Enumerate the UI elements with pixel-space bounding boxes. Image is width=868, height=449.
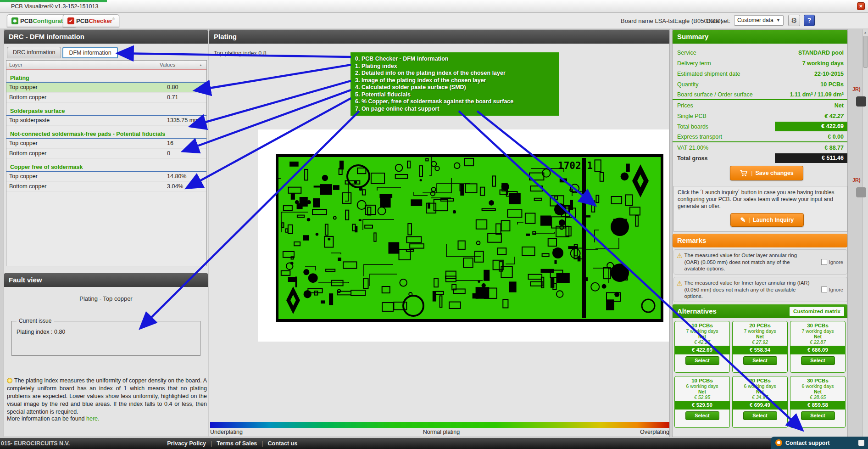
table-row[interactable]: Top copper 14.80% — [6, 172, 206, 182]
select-button[interactable]: Select — [801, 411, 835, 420]
contact-support-label: Contact support — [785, 440, 830, 446]
select-button[interactable]: Select — [743, 411, 777, 420]
customized-matrix-button[interactable]: Customized matrix — [789, 306, 845, 317]
row-value: € 42.27 — [824, 113, 847, 119]
legend-item: 2. Detailed info on the plating index of… — [355, 70, 555, 77]
contact-support-button[interactable]: Contact support — [771, 437, 868, 449]
row-value: 1.11 dm² / 11.09 dm² — [790, 91, 847, 98]
scale-underplating: Underplating — [210, 429, 243, 435]
row-value: 22-10-2015 — [814, 71, 847, 77]
fault-layer-label: Plating - Top copper — [4, 295, 208, 302]
legend-item: 7. On page online chat support — [355, 106, 555, 113]
card-net: Net — [790, 389, 845, 394]
pcb-board-image: 1702/1 — [276, 154, 663, 322]
legend-item: 5. Potential fiducials — [355, 91, 555, 99]
row-layer: Bottom copper — [6, 182, 167, 191]
ignore-label: Ignore — [829, 259, 843, 265]
scroll-up-icon[interactable]: ▲ — [862, 29, 868, 34]
card-term: 7 working days — [675, 328, 729, 334]
card-term: 6 working days — [733, 383, 787, 389]
card-unit-price: € 34.97 — [733, 394, 787, 400]
row-value: € 422.69 — [775, 122, 847, 131]
checker-name: Checker — [89, 17, 112, 24]
launch-inquiry-label: Launch Inquiry — [753, 217, 794, 223]
dataset-select[interactable]: Customer data ▼ — [734, 15, 784, 26]
ignore-control: Ignore — [821, 250, 847, 274]
column-values: Values — [160, 61, 199, 69]
table-row[interactable]: Top copper 16 — [6, 139, 206, 149]
vertical-scrollbar[interactable]: ▲ — [862, 29, 868, 437]
table-header-row[interactable]: Layer Values ▲ — [6, 61, 206, 70]
chevron-down-icon: ▼ — [776, 18, 780, 22]
close-icon[interactable]: ✕ — [857, 2, 865, 10]
select-button[interactable]: Select — [801, 356, 835, 365]
summary-rows: ServiceSTANDARD pool Delivery term7 work… — [673, 47, 847, 163]
row-value: € 511.46 — [775, 153, 847, 163]
ignore-control: Ignore — [821, 277, 847, 302]
settings-button[interactable]: ⚙ — [788, 15, 800, 26]
plating-info-text: The plating index measures the uniformit… — [7, 377, 207, 416]
summary-row-single-pcb: Single PCB€ 42.27 — [673, 111, 847, 121]
app-toolbar: ✱ PCBConfigurator® ✔ PCBChecker® Board n… — [0, 13, 868, 28]
section-copper-free: Copper free of soldermask — [6, 163, 206, 172]
copyright-text: 015- EUROCIRCUITS N.V. — [0, 440, 70, 447]
save-changes-button[interactable]: | Save changes — [730, 166, 803, 180]
section-plating: Plating — [6, 73, 206, 83]
tab-pcb-checker[interactable]: ✔ PCBChecker® — [63, 14, 119, 27]
top-green-strip — [0, 0, 107, 2]
row-value: 16 — [167, 139, 206, 148]
checker-brand: PCB — [76, 17, 89, 24]
table-row[interactable]: Top copper 0.80 — [6, 83, 206, 93]
privacy-policy-link[interactable]: Privacy Policy — [167, 440, 206, 447]
table-row[interactable]: Bottom copper 0.71 — [6, 93, 206, 103]
select-button[interactable]: Select — [685, 411, 719, 420]
row-layer: Top copper — [6, 139, 167, 148]
card-qty: 30 PCBs — [790, 323, 845, 328]
launch-inquiry-button[interactable]: ✎ | Launch Inquiry — [730, 213, 804, 227]
alternatives-header: Alternatives Customized matrix — [673, 304, 847, 318]
board-number-text: 1702/1 — [558, 160, 593, 171]
dfm-table: Layer Values ▲ Plating Top copper 0.80 B… — [6, 60, 207, 266]
tab-drc-information[interactable]: DRC information — [7, 47, 61, 58]
plating-image-canvas[interactable]: 1702/1 — [258, 129, 669, 342]
drc-tabs: DRC information DFM information — [7, 47, 118, 58]
registered-mark: ® — [112, 17, 115, 21]
current-issue-fieldset: Current issue Plating index : 0.80 — [11, 321, 200, 356]
row-label: Total boards — [673, 123, 708, 130]
minimize-chat-icon[interactable] — [858, 440, 864, 446]
ignore-checkbox[interactable] — [821, 286, 827, 292]
contact-us-link[interactable]: Contact us — [268, 440, 298, 447]
tab-dfm-information[interactable]: DFM information — [62, 47, 117, 58]
checker-icon: ✔ — [67, 17, 74, 24]
clipped-currency-label: JR) — [852, 177, 861, 183]
row-layer: Bottom copper — [6, 149, 167, 158]
row-label: Total gross — [673, 155, 707, 162]
more-info-link[interactable]: here. — [86, 415, 100, 422]
cart-icon — [740, 169, 748, 177]
summary-row-express: Express transport€ 0.00 — [673, 132, 847, 142]
help-button[interactable]: ? — [804, 15, 815, 26]
fault-view-header: Fault view — [4, 273, 208, 287]
card-net: Net — [675, 389, 729, 394]
card-qty: 20 PCBs — [733, 378, 787, 383]
help-icon: ? — [807, 17, 812, 24]
terms-of-sales-link[interactable]: Terms of Sales — [217, 440, 257, 447]
summary-row-surface: Board surface / Order surface1.11 dm² / … — [673, 90, 847, 100]
table-row[interactable]: Bottom copper 3.04% — [6, 182, 206, 192]
gear-icon: ⚙ — [791, 17, 797, 24]
row-value: 10 PCBs — [820, 81, 847, 88]
row-value: STANDARD pool — [798, 50, 847, 56]
warning-icon: ⚠ — [674, 250, 684, 274]
price-card: 10 PCBs 6 working days Net € 52.95 € 529… — [674, 376, 730, 428]
remark-text: The measured value for Outer layer annul… — [684, 250, 811, 274]
clipped-currency-label: JR) — [852, 86, 861, 92]
clipped-panel-button — [856, 187, 866, 197]
select-button[interactable]: Select — [743, 356, 777, 365]
scrollbar-thumb[interactable] — [863, 36, 868, 68]
remark-item-oar: ⚠ The measured value for Outer layer ann… — [673, 249, 847, 275]
ignore-checkbox[interactable] — [821, 259, 827, 265]
sort-icon[interactable]: ▲ — [199, 61, 206, 69]
table-row[interactable]: Top solderpaste 1335.75 mm² — [6, 116, 206, 126]
select-button[interactable]: Select — [685, 356, 719, 365]
table-row[interactable]: Bottom copper 0 — [6, 149, 206, 159]
